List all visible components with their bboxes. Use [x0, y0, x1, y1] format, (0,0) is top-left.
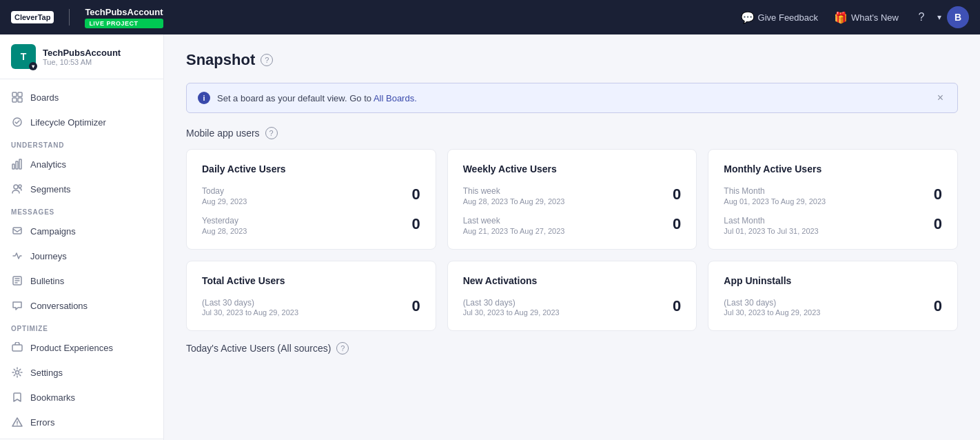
card-title-1: Weekly Active Users [463, 163, 682, 174]
logo-area: CleverTap TechPubsAccount LIVE PROJECT [11, 7, 163, 28]
nav-divider [69, 9, 70, 26]
user-avatar[interactable]: B [947, 6, 969, 28]
mobile-section-title: Mobile app users [186, 128, 260, 139]
sidebar: T ▾ TechPubsAccount Tue, 10:53 AM [0, 34, 164, 440]
sidebar-item-analytics[interactable]: Analytics [0, 152, 163, 177]
sidebar-item-bulletins[interactable]: Bulletins [0, 268, 163, 293]
today-active-label: Today's Active Users (All sources) [186, 343, 331, 354]
feedback-icon: 💬 [742, 11, 754, 23]
sidebar-item-bookmarks[interactable]: Bookmarks [0, 385, 163, 410]
whats-new-label: What's New [851, 12, 899, 23]
page-header: Snapshot ? [186, 51, 958, 69]
sidebar-item-conversations[interactable]: Conversations [0, 293, 163, 318]
errors-label: Errors [30, 417, 54, 428]
all-boards-link[interactable]: All Boards. [374, 93, 417, 103]
cards-grid-top: Daily Active Users Today Aug 29, 2023 0 … [186, 149, 958, 250]
gift-icon: 🎁 [835, 11, 847, 23]
bookmarks-label: Bookmarks [30, 392, 75, 403]
card-monthly-active-users: Monthly Active Users This Month Aug 01, … [708, 149, 958, 250]
snapshot-help-icon[interactable]: ? [261, 54, 273, 66]
messages-section-label: MESSAGES [0, 201, 163, 219]
help-button[interactable]: ? [908, 7, 935, 28]
grid-icon [11, 91, 23, 103]
journeys-label: Journeys [30, 251, 67, 261]
card-title-2: Monthly Active Users [724, 163, 942, 174]
svg-point-18 [17, 424, 18, 426]
sidebar-item-journeys[interactable]: Journeys [0, 243, 163, 268]
settings-label: Settings [30, 368, 63, 378]
give-feedback-button[interactable]: 💬 Give Feedback [735, 7, 825, 28]
bulletin-icon [11, 274, 23, 287]
sidebar-account-time: Tue, 10:53 AM [43, 58, 152, 66]
card-weekly-active-users: Weekly Active Users This week Aug 28, 20… [447, 149, 697, 250]
svg-point-9 [19, 185, 21, 188]
banner-close-button[interactable]: × [935, 92, 946, 103]
sidebar-item-campaigns[interactable]: Campaigns [0, 219, 163, 243]
sidebar-divider [0, 439, 163, 439]
mobile-section-header: Mobile app users ? [186, 127, 958, 139]
question-icon: ? [915, 11, 928, 23]
page-title: Snapshot [186, 51, 255, 69]
sidebar-nav: Boards Lifecycle Optimizer UNDERSTAND [0, 79, 163, 440]
chart-icon [11, 158, 23, 170]
sidebar-item-product-experiences[interactable]: Product Experiences [0, 335, 163, 360]
card-row-this-month: This Month Aug 01, 2023 To Aug 29, 2023 … [724, 186, 942, 206]
card-label-today: Today Aug 29, 2023 [202, 186, 247, 206]
svg-rect-2 [12, 98, 17, 102]
main-layout: T ▾ TechPubsAccount Tue, 10:53 AM [0, 34, 980, 440]
card-title-5: App Uninstalls [724, 275, 942, 286]
top-navigation: CleverTap TechPubsAccount LIVE PROJECT 💬… [0, 0, 980, 34]
svg-rect-6 [16, 161, 18, 169]
card-row-uninstalls: (Last 30 days) Jul 30, 2023 to Aug 29, 2… [724, 297, 942, 317]
sidebar-item-segments[interactable]: Segments [0, 177, 163, 201]
clevertap-logo[interactable]: CleverTap [11, 11, 54, 23]
info-banner-text: Set a board as your default view. Go to … [217, 93, 928, 103]
lifecycle-icon [11, 116, 23, 128]
card-row-total: (Last 30 days) Jul 30, 2023 to Aug 29, 2… [202, 297, 420, 317]
campaign-icon [11, 225, 23, 237]
svg-point-8 [14, 185, 18, 189]
svg-rect-7 [19, 159, 21, 169]
today-active-row: Today's Active Users (All sources) ? [186, 342, 958, 354]
card-label-this-week: This week Aug 28, 2023 To Aug 29, 2023 [463, 186, 565, 206]
sidebar-item-errors[interactable]: Errors [0, 410, 163, 434]
lifecycle-label: Lifecycle Optimizer [30, 117, 106, 128]
svg-point-16 [16, 371, 19, 374]
card-row-this-week: This week Aug 28, 2023 To Aug 29, 2023 0 [463, 186, 682, 206]
card-label-last-week: Last week Aug 21, 2023 To Aug 27, 2023 [463, 215, 565, 235]
svg-rect-0 [12, 92, 17, 97]
whats-new-button[interactable]: 🎁 What's New [828, 7, 906, 28]
card-row-last-month: Last Month Jul 01, 2023 To Jul 31, 2023 … [724, 215, 942, 235]
segments-label: Segments [30, 184, 71, 194]
svg-rect-3 [18, 98, 22, 102]
sidebar-account-info: TechPubsAccount Tue, 10:53 AM [43, 48, 152, 66]
svg-rect-10 [13, 228, 21, 234]
card-title-3: Total Active Users [202, 275, 420, 286]
cards-grid-bottom: Total Active Users (Last 30 days) Jul 30… [186, 261, 958, 332]
card-title-4: New Activations [463, 275, 682, 286]
understand-section-label: UNDERSTAND [0, 134, 163, 152]
today-active-help-icon[interactable]: ? [336, 342, 349, 354]
card-label-uninstalls: (Last 30 days) Jul 30, 2023 to Aug 29, 2… [724, 297, 820, 317]
sidebar-avatar: T ▾ [11, 44, 36, 69]
sidebar-item-lifecycle[interactable]: Lifecycle Optimizer [0, 110, 163, 134]
info-prefix: Set a board as your default view. Go to [217, 93, 374, 103]
sidebar-item-boards[interactable]: Boards [0, 85, 163, 110]
info-banner: i Set a board as your default view. Go t… [186, 83, 958, 113]
errors-icon [11, 416, 23, 428]
chevron-down-icon[interactable]: ▾ [937, 12, 941, 22]
analytics-label: Analytics [30, 159, 66, 170]
topnav-right: 💬 Give Feedback 🎁 What's New ? ▾ B [735, 6, 969, 28]
card-label-this-month: This Month Aug 01, 2023 To Aug 29, 2023 [724, 186, 826, 206]
mobile-section-help-icon[interactable]: ? [265, 127, 278, 139]
conversations-label: Conversations [30, 301, 88, 311]
sidebar-account[interactable]: T ▾ TechPubsAccount Tue, 10:53 AM [0, 34, 163, 79]
avatar-letter: T [21, 51, 27, 62]
card-daily-active-users: Daily Active Users Today Aug 29, 2023 0 … [186, 149, 436, 250]
bookmarks-icon [11, 391, 23, 403]
info-icon: i [198, 92, 210, 104]
avatar-chevron-icon: ▾ [29, 62, 37, 70]
sidebar-item-settings[interactable]: Settings [0, 360, 163, 385]
users-icon [11, 183, 23, 195]
settings-icon [11, 366, 23, 379]
